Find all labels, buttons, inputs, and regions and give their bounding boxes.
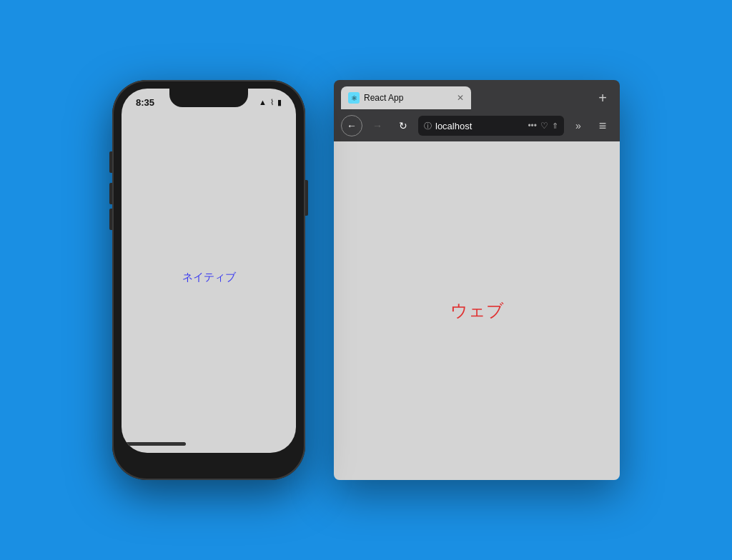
address-bookmark-icon: ♡ [540,121,548,131]
reload-button[interactable]: ↻ [392,115,414,136]
back-icon: ← [347,120,357,131]
address-info-icon: ⓘ [424,121,432,131]
browser-tab[interactable]: ⚛ React App ✕ [341,86,471,109]
forward-button[interactable]: → [367,115,388,136]
phone-time: 8:35 [136,97,154,108]
phone-status-icons: ▲ ⌇ ▮ [259,98,282,107]
phone-screen: 8:35 ▲ ⌇ ▮ ネイティブ [122,89,296,453]
reload-icon: ↻ [399,120,407,131]
native-label: ネイティブ [182,271,236,284]
phone-wrapper: 8:35 ▲ ⌇ ▮ ネイティブ [112,80,305,480]
forward-icon: → [372,120,382,131]
phone-home-indicator [122,442,186,446]
web-label: ウェブ [450,299,504,322]
phone-notch [169,89,248,107]
browser-chrome: ⚛ React App ✕ + ← → ↻ ⓘ localhost ••• [334,80,620,141]
back-button[interactable]: ← [341,115,362,136]
address-options-icon: ••• [528,121,537,131]
browser-toolbar: ← → ↻ ⓘ localhost ••• ♡ ⇑ » ≡ [334,110,620,141]
address-url: localhost [435,121,524,131]
tab-close-button[interactable]: ✕ [457,93,464,103]
address-bar[interactable]: ⓘ localhost ••• ♡ ⇑ [418,116,564,136]
new-tab-button[interactable]: + [593,88,613,108]
browser-window: ⚛ React App ✕ + ← → ↻ ⓘ localhost ••• [334,80,620,480]
browser-content: ウェブ [334,141,620,480]
tab-title: React App [364,93,452,103]
browser-tab-bar: ⚛ React App ✕ + [334,80,620,110]
tab-favicon-icon: ⚛ [348,92,360,104]
wifi-icon: ⌇ [270,98,274,107]
toolbar-overflow-button[interactable]: » [568,116,588,136]
signal-icon: ▲ [259,98,267,106]
address-reader-icon: ⇑ [552,121,558,131]
phone-frame: 8:35 ▲ ⌇ ▮ ネイティブ [112,80,305,480]
react-icon: ⚛ [351,94,357,102]
toolbar-menu-button[interactable]: ≡ [593,116,613,136]
battery-icon: ▮ [277,98,282,107]
phone-content: ネイティブ [122,113,296,442]
